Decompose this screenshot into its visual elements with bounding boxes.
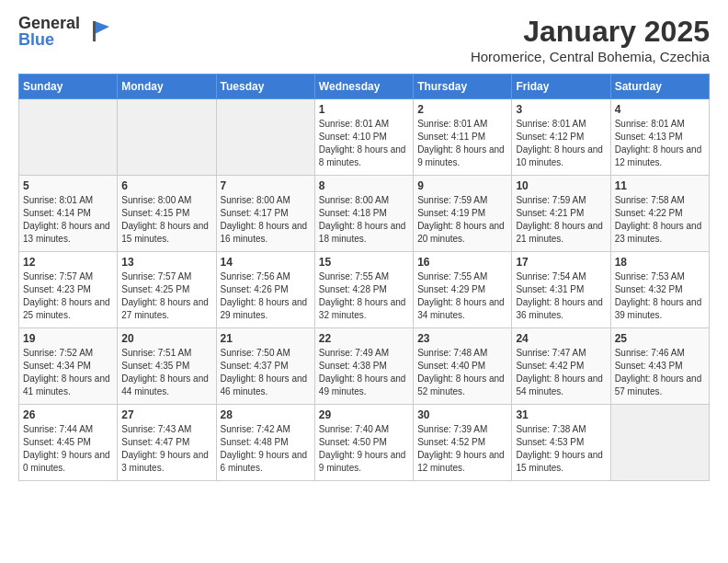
day-number: 2 (417, 103, 507, 116)
day-number: 10 (516, 179, 606, 192)
day-cell: 1Sunrise: 8:01 AMSunset: 4:10 PMDaylight… (314, 99, 413, 176)
day-cell: 16Sunrise: 7:55 AMSunset: 4:29 PMDayligh… (414, 252, 512, 328)
day-number: 15 (319, 256, 409, 269)
day-cell (19, 99, 118, 176)
day-info: Sunrise: 7:51 AMSunset: 4:35 PMDaylight:… (121, 347, 211, 398)
day-cell: 21Sunrise: 7:50 AMSunset: 4:37 PMDayligh… (216, 328, 314, 405)
day-number: 11 (615, 179, 705, 192)
day-number: 21 (221, 332, 311, 345)
day-info: Sunrise: 8:01 AMSunset: 4:12 PMDaylight:… (516, 118, 606, 169)
svg-marker-0 (95, 21, 109, 34)
day-cell: 31Sunrise: 7:38 AMSunset: 4:53 PMDayligh… (512, 405, 610, 481)
day-info: Sunrise: 7:47 AMSunset: 4:42 PMDaylight:… (516, 347, 606, 398)
day-number: 18 (615, 256, 705, 269)
calendar-header: SundayMondayTuesdayWednesdayThursdayFrid… (19, 75, 710, 99)
day-cell: 27Sunrise: 7:43 AMSunset: 4:47 PMDayligh… (118, 405, 216, 481)
day-number: 5 (23, 179, 113, 192)
day-number: 8 (319, 179, 409, 192)
day-info: Sunrise: 7:59 AMSunset: 4:19 PMDaylight:… (417, 194, 507, 246)
day-info: Sunrise: 7:40 AMSunset: 4:50 PMDaylight:… (319, 423, 409, 475)
day-info: Sunrise: 7:50 AMSunset: 4:37 PMDaylight:… (221, 347, 311, 398)
day-number: 29 (319, 408, 409, 421)
day-number: 25 (615, 332, 705, 345)
day-cell: 15Sunrise: 7:55 AMSunset: 4:28 PMDayligh… (314, 252, 413, 328)
day-info: Sunrise: 7:43 AMSunset: 4:47 PMDaylight:… (121, 423, 211, 475)
day-info: Sunrise: 7:54 AMSunset: 4:31 PMDaylight:… (516, 270, 606, 322)
day-info: Sunrise: 8:00 AMSunset: 4:18 PMDaylight:… (319, 194, 409, 246)
weekday-header-monday: Monday (118, 75, 216, 99)
week-row-2: 5Sunrise: 8:01 AMSunset: 4:14 PMDaylight… (19, 176, 710, 252)
day-info: Sunrise: 7:55 AMSunset: 4:29 PMDaylight:… (417, 270, 507, 322)
day-cell: 11Sunrise: 7:58 AMSunset: 4:22 PMDayligh… (610, 176, 709, 252)
day-info: Sunrise: 8:01 AMSunset: 4:13 PMDaylight:… (615, 118, 705, 169)
location: Horomerice, Central Bohemia, Czechia (471, 49, 710, 64)
day-info: Sunrise: 7:52 AMSunset: 4:34 PMDaylight:… (23, 347, 113, 398)
header-row: SundayMondayTuesdayWednesdayThursdayFrid… (19, 75, 710, 99)
day-cell: 3Sunrise: 8:01 AMSunset: 4:12 PMDaylight… (512, 99, 610, 176)
day-number: 30 (417, 408, 507, 421)
day-number: 23 (417, 332, 507, 345)
day-info: Sunrise: 7:57 AMSunset: 4:25 PMDaylight:… (121, 270, 211, 322)
weekday-header-thursday: Thursday (414, 75, 512, 99)
day-number: 27 (121, 408, 211, 421)
day-number: 4 (615, 103, 705, 116)
day-info: Sunrise: 7:56 AMSunset: 4:26 PMDaylight:… (221, 270, 311, 322)
day-number: 1 (319, 103, 409, 116)
day-info: Sunrise: 7:46 AMSunset: 4:43 PMDaylight:… (615, 347, 705, 398)
day-info: Sunrise: 7:42 AMSunset: 4:48 PMDaylight:… (221, 423, 311, 475)
day-cell (216, 99, 314, 176)
day-number: 3 (516, 103, 606, 116)
day-cell: 17Sunrise: 7:54 AMSunset: 4:31 PMDayligh… (512, 252, 610, 328)
day-number: 13 (121, 256, 211, 269)
day-info: Sunrise: 7:44 AMSunset: 4:45 PMDaylight:… (23, 423, 113, 475)
day-number: 7 (221, 179, 311, 192)
week-row-1: 1Sunrise: 8:01 AMSunset: 4:10 PMDaylight… (19, 99, 710, 176)
day-number: 22 (319, 332, 409, 345)
day-info: Sunrise: 7:48 AMSunset: 4:40 PMDaylight:… (417, 347, 507, 398)
day-cell: 25Sunrise: 7:46 AMSunset: 4:43 PMDayligh… (610, 328, 709, 405)
day-cell: 7Sunrise: 8:00 AMSunset: 4:17 PMDaylight… (216, 176, 314, 252)
month-title: January 2025 (471, 15, 710, 49)
day-cell: 12Sunrise: 7:57 AMSunset: 4:23 PMDayligh… (19, 252, 118, 328)
page: General Blue January 2025 Horomerice, Ce… (0, 0, 728, 500)
weekday-header-sunday: Sunday (19, 75, 118, 99)
day-number: 28 (221, 408, 311, 421)
day-cell (610, 405, 709, 481)
day-info: Sunrise: 7:57 AMSunset: 4:23 PMDaylight:… (23, 270, 113, 322)
day-cell: 6Sunrise: 8:00 AMSunset: 4:15 PMDaylight… (118, 176, 216, 252)
weekday-header-friday: Friday (512, 75, 610, 99)
week-row-4: 19Sunrise: 7:52 AMSunset: 4:34 PMDayligh… (19, 328, 710, 405)
day-cell: 18Sunrise: 7:53 AMSunset: 4:32 PMDayligh… (610, 252, 709, 328)
day-cell: 14Sunrise: 7:56 AMSunset: 4:26 PMDayligh… (216, 252, 314, 328)
day-number: 24 (516, 332, 606, 345)
day-number: 14 (221, 256, 311, 269)
logo: General Blue (18, 15, 111, 48)
day-info: Sunrise: 7:55 AMSunset: 4:28 PMDaylight:… (319, 270, 409, 322)
day-cell: 22Sunrise: 7:49 AMSunset: 4:38 PMDayligh… (314, 328, 413, 405)
svg-rect-1 (93, 21, 96, 41)
logo-general-text: General (18, 15, 80, 31)
day-info: Sunrise: 8:01 AMSunset: 4:14 PMDaylight:… (23, 194, 113, 246)
day-cell: 19Sunrise: 7:52 AMSunset: 4:34 PMDayligh… (19, 328, 118, 405)
day-number: 12 (23, 256, 113, 269)
day-info: Sunrise: 7:49 AMSunset: 4:38 PMDaylight:… (319, 347, 409, 398)
day-number: 19 (23, 332, 113, 345)
day-cell: 9Sunrise: 7:59 AMSunset: 4:19 PMDaylight… (414, 176, 512, 252)
day-cell: 8Sunrise: 8:00 AMSunset: 4:18 PMDaylight… (314, 176, 413, 252)
weekday-header-saturday: Saturday (610, 75, 709, 99)
day-number: 26 (23, 408, 113, 421)
day-number: 31 (516, 408, 606, 421)
day-info: Sunrise: 8:01 AMSunset: 4:11 PMDaylight:… (417, 118, 507, 169)
header: General Blue January 2025 Horomerice, Ce… (18, 15, 710, 64)
day-info: Sunrise: 8:00 AMSunset: 4:17 PMDaylight:… (221, 194, 311, 246)
logo-flag-icon (84, 17, 111, 45)
day-number: 9 (417, 179, 507, 192)
day-cell: 4Sunrise: 8:01 AMSunset: 4:13 PMDaylight… (610, 99, 709, 176)
calendar-body: 1Sunrise: 8:01 AMSunset: 4:10 PMDaylight… (19, 99, 710, 481)
calendar-table: SundayMondayTuesdayWednesdayThursdayFrid… (18, 74, 710, 481)
title-block: January 2025 Horomerice, Central Bohemia… (471, 15, 710, 64)
day-cell: 26Sunrise: 7:44 AMSunset: 4:45 PMDayligh… (19, 405, 118, 481)
day-info: Sunrise: 8:00 AMSunset: 4:15 PMDaylight:… (121, 194, 211, 246)
day-number: 17 (516, 256, 606, 269)
weekday-header-tuesday: Tuesday (216, 75, 314, 99)
